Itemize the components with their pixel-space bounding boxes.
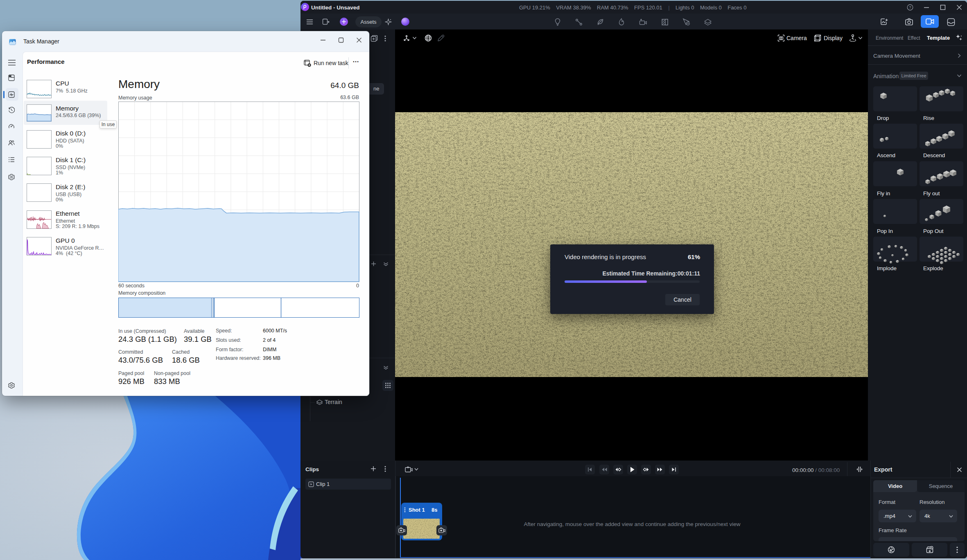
svg-text:?: ? bbox=[909, 5, 911, 9]
